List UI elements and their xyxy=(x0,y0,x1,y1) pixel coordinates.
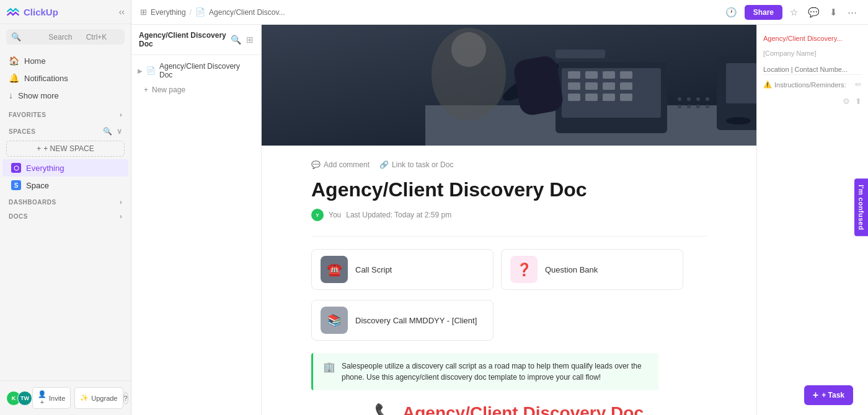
star-icon[interactable]: ☆ xyxy=(787,6,800,19)
last-updated: Last Updated: Today at 2:59 pm xyxy=(346,211,451,219)
space-icon: S xyxy=(11,180,21,190)
doc-tree: ▶ 📄 Agency/Client Discovery Doc + New pa… xyxy=(131,55,261,101)
svg-rect-6 xyxy=(603,71,615,79)
sidebar-item-show-more[interactable]: ↓ Show more xyxy=(0,87,131,104)
everything-space-icon: ⬡ xyxy=(11,163,21,173)
search-bar[interactable]: 🔍 Search Ctrl+K xyxy=(6,29,125,45)
doc-tree-item-label: Agency/Client Discovery Doc xyxy=(159,62,255,79)
notifications-label: Notifications xyxy=(24,74,68,83)
more-doc-icon[interactable]: ⊞ xyxy=(246,35,254,45)
user-avatar-tw: TW xyxy=(17,391,32,406)
big-doc-title: 📞 Agency/Client Discovery Doc xyxy=(311,403,707,415)
sidebar-item-home[interactable]: 🏠 Home xyxy=(0,52,131,69)
svg-rect-12 xyxy=(568,94,580,101)
share-button[interactable]: Share xyxy=(745,5,782,20)
content-wrapper: Agency/Client Discovery Doc 🔍 ⊞ ▶ 📄 Agen… xyxy=(131,25,868,415)
location-input[interactable] xyxy=(763,64,862,75)
favorites-chevron-icon: › xyxy=(120,111,122,118)
chat-icon[interactable]: 💬 xyxy=(805,6,822,19)
search-placeholder: Search xyxy=(48,33,82,42)
svg-point-27 xyxy=(706,105,709,108)
share-icon[interactable]: ⬆ xyxy=(855,97,862,106)
edit-icon[interactable]: ✏ xyxy=(855,80,862,89)
svg-rect-9 xyxy=(585,82,598,90)
invite-button[interactable]: 👤+ Invite xyxy=(32,387,71,409)
sub-doc-call-script[interactable]: ☎️ Call Script xyxy=(311,249,494,290)
search-doc-icon[interactable]: 🔍 xyxy=(231,35,241,45)
doc-panel-title: Agency/Client Discovery Doc xyxy=(139,31,231,48)
svg-rect-8 xyxy=(568,82,580,90)
doc-small-icon: 📄 xyxy=(146,66,156,75)
doc-link[interactable]: Agency/Client Discovery... xyxy=(763,35,862,42)
doc-meta: Y You Last Updated: Today at 2:59 pm xyxy=(311,209,707,221)
breadcrumb-everything[interactable]: Everything xyxy=(151,8,186,17)
gear-icon[interactable]: ⚙ xyxy=(843,97,850,106)
sidebar-item-everything[interactable]: ⬡ Everything xyxy=(2,159,128,177)
confused-tab[interactable]: I'm confused xyxy=(854,178,868,236)
search-icon: 🔍 xyxy=(11,32,45,42)
svg-rect-7 xyxy=(620,71,632,79)
phone-icon: 📞 xyxy=(374,403,396,415)
new-space-button[interactable]: + + NEW SPACE xyxy=(6,141,125,157)
spaces-section-header: SPACES 🔍 ∨ xyxy=(0,121,131,138)
task-button[interactable]: + + Task xyxy=(804,385,853,405)
sidebar-item-space[interactable]: S Space xyxy=(2,177,128,194)
sub-doc-discovery-call[interactable]: 📚 Discovery Call MMDDYY - [Client] xyxy=(311,300,494,341)
clock-icon[interactable]: 🕐 xyxy=(723,6,740,19)
expand-arrow-icon: ▶ xyxy=(138,68,143,74)
svg-rect-10 xyxy=(603,82,615,90)
new-page-button[interactable]: + New page xyxy=(131,82,261,97)
docs-section[interactable]: DOCS › xyxy=(0,208,131,222)
grid-icon: ⊞ xyxy=(140,7,147,17)
sub-doc-question-bank[interactable]: ❓ Question Bank xyxy=(501,249,683,290)
instructions-row: ⚠️ Instructions/Reminders: ✏ xyxy=(763,80,862,89)
invite-icon: 👤+ xyxy=(38,390,46,406)
dashboards-section[interactable]: DASHBOARDS › xyxy=(0,194,131,208)
doc-panel-header: Agency/Client Discovery Doc 🔍 ⊞ xyxy=(131,25,261,55)
upgrade-button[interactable]: ✨ Upgrade xyxy=(74,387,123,409)
author-name: You xyxy=(329,211,341,219)
help-button[interactable]: ? xyxy=(123,392,128,404)
upgrade-icon: ✨ xyxy=(80,394,89,402)
breadcrumb-doc[interactable]: Agency/Client Discov... xyxy=(209,8,285,17)
dashboards-chevron-icon: › xyxy=(120,199,122,206)
search-spaces-icon[interactable]: 🔍 xyxy=(103,127,113,136)
task-label: + Task xyxy=(822,391,844,400)
sub-docs-grid: ☎️ Call Script ❓ Question Bank xyxy=(311,249,683,290)
svg-point-25 xyxy=(687,105,691,108)
more-icon[interactable]: ⋯ xyxy=(845,6,859,19)
call-script-label: Call Script xyxy=(355,265,392,274)
show-more-label: Show more xyxy=(18,91,59,100)
hero-svg xyxy=(262,25,756,146)
new-space-label: + NEW SPACE xyxy=(43,144,94,153)
link-task-button[interactable]: 🔗 Link to task or Doc xyxy=(379,160,453,169)
download-icon[interactable]: ⬇ xyxy=(827,6,840,19)
favorites-section[interactable]: FAVORITES › xyxy=(0,107,131,121)
content-right-area: 💬 Add comment 🔗 Link to task or Doc Agen… xyxy=(262,25,868,415)
svg-rect-13 xyxy=(585,94,598,101)
svg-point-21 xyxy=(687,97,691,101)
doc-tree-item[interactable]: ▶ 📄 Agency/Client Discovery Doc xyxy=(131,59,261,82)
info-icon: 🏢 xyxy=(323,361,335,373)
add-comment-button[interactable]: 💬 Add comment xyxy=(311,160,370,169)
sidebar-item-notifications[interactable]: 🔔 Notifications xyxy=(0,69,131,87)
main-content: ⊞ Everything / 📄 Agency/Client Discov...… xyxy=(131,0,868,415)
question-bank-thumb: ❓ xyxy=(510,256,538,283)
sidebar-nav: 🏠 Home 🔔 Notifications ↓ Show more xyxy=(0,50,131,107)
svg-rect-29 xyxy=(726,63,756,103)
plus-icon: + xyxy=(144,85,148,94)
spaces-label: SPACES xyxy=(9,128,35,135)
instructions-label: ⚠️ Instructions/Reminders: xyxy=(763,81,846,89)
svg-rect-4 xyxy=(568,71,580,79)
avatar-stack: K TW xyxy=(6,391,32,406)
sidebar-bottom-buttons: 👤+ Invite ✨ Upgrade xyxy=(32,387,123,409)
topbar: ⊞ Everything / 📄 Agency/Client Discov...… xyxy=(131,0,868,25)
app-logo[interactable]: ClickUp xyxy=(6,5,58,19)
left-sidebar: ClickUp ‹‹ 🔍 Search Ctrl+K 🏠 Home 🔔 Noti… xyxy=(0,0,131,415)
docs-label: DOCS xyxy=(9,213,28,220)
sidebar-collapse-button[interactable]: ‹‹ xyxy=(119,7,125,17)
home-icon: 🏠 xyxy=(9,56,19,66)
breadcrumb-separator: / xyxy=(190,8,192,17)
chevron-down-icon[interactable]: ∨ xyxy=(117,127,123,136)
right-sidebar: Agency/Client Discovery... [Company Name… xyxy=(756,25,868,415)
